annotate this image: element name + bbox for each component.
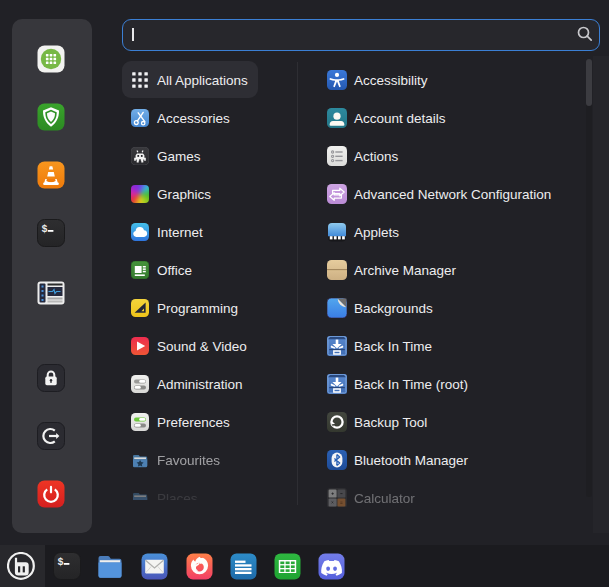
svg-text:$: $: [58, 557, 64, 568]
